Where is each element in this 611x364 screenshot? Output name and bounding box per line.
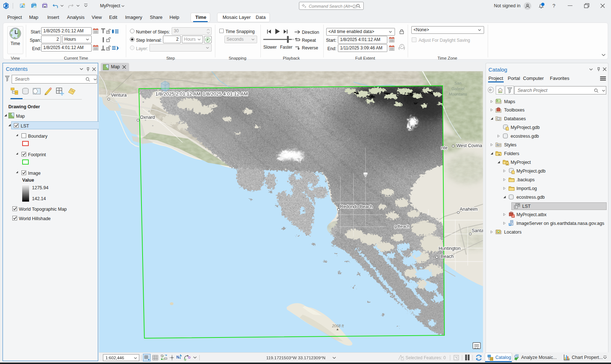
svg-text:Redondo Beach: Redondo Beach (340, 204, 373, 209)
svg-text:Anaheim: Anaheim (460, 207, 478, 212)
svg-text:g Beach: g Beach (394, 224, 410, 228)
svg-text:Santa: Santa (472, 228, 483, 233)
svg-text:Ventura: Ventura (111, 93, 127, 98)
svg-text:Huntington: Huntington (439, 246, 461, 251)
svg-text:Beach: Beach (441, 254, 454, 259)
svg-text:Mountains: Mountains (449, 92, 467, 96)
svg-text:nte: nte (441, 145, 447, 150)
svg-text:1/8/2025 4:01:12 AM: 1/8/2025 4:01:12 AM (203, 91, 248, 97)
svg-text:Oxnard: Oxnard (140, 115, 155, 120)
svg-text:110: 110 (364, 174, 368, 177)
svg-text:2068 ft: 2068 ft (332, 324, 344, 328)
svg-text:San: San (454, 81, 462, 85)
svg-text:1/8/2025 2:01:12 AM: 1/8/2025 2:01:12 AM (155, 91, 201, 97)
svg-text:Gabriel: Gabriel (451, 86, 464, 91)
svg-text:N: N (176, 355, 179, 359)
svg-text:West Covina: West Covina (456, 143, 482, 148)
